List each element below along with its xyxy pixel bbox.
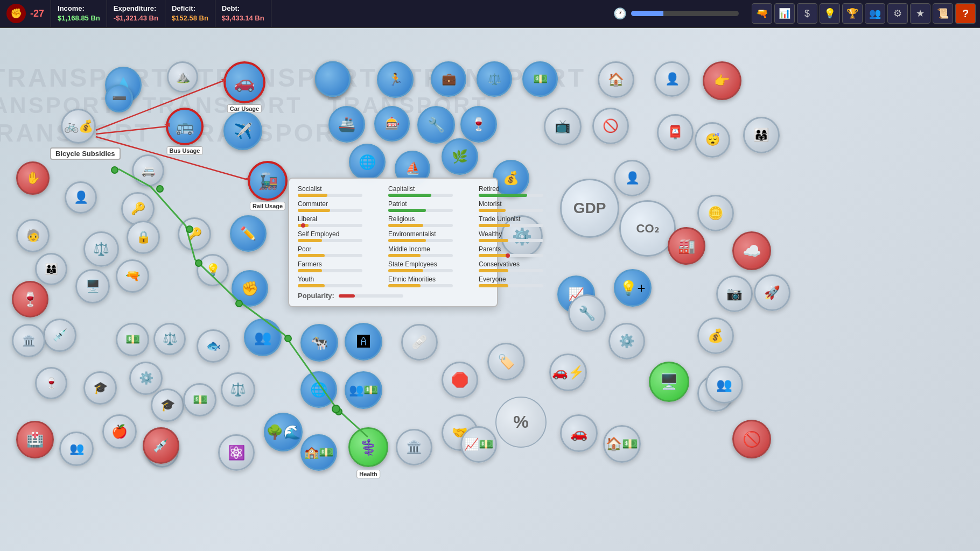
groups-node[interactable]: 👨‍👩‍👦 [35,253,67,285]
dollar-button[interactable]: $ [797,3,817,24]
lock-node[interactable]: 🔒 [127,221,160,254]
graduate-node[interactable] [315,61,351,97]
people3-node[interactable]: 👥 [59,432,94,466]
grade-node[interactable]: 🅰 [345,323,382,361]
cow-node[interactable]: 🐄 [300,324,338,362]
star-button[interactable]: ★ [910,3,930,24]
person-circle-node[interactable]: 👥 [705,366,743,404]
computer-green-node[interactable]: 🖥️ [649,362,689,402]
factory-red-node[interactable]: 🏭 [668,227,705,265]
hand-stop-node[interactable]: 🛑 [442,362,478,398]
dollar-node[interactable]: 💵 [522,61,558,97]
expenditure-section: Expenditure: -$1,321.43 Bn [107,0,165,27]
wrench-node[interactable]: 🔧 [568,294,606,332]
apple-node[interactable]: 🍎 [102,414,137,449]
van-node[interactable]: 🚐 [132,154,164,187]
person-gray-node[interactable]: 👤 [654,61,690,97]
mountain-node[interactable]: ⛰️ [167,61,198,93]
stamp-node[interactable]: 📮 [657,114,694,151]
help-button[interactable]: ? [955,3,976,24]
fish-node[interactable]: 🐟 [197,329,230,363]
bus-usage-node[interactable]: 🚌 Bus Usage [166,108,204,145]
tank-node[interactable]: 🎰 [374,106,410,142]
gallows-node[interactable]: ⚖️ [83,231,119,267]
bulb-node[interactable]: 💡 [197,254,229,286]
gear-button[interactable]: ⚙ [887,3,908,24]
minus-node[interactable]: ➖ [105,84,133,112]
percent-bag-node[interactable]: 🏷️ [487,343,525,380]
law-node[interactable]: ⚖️ [153,323,186,355]
tank2-node[interactable]: 🔧 [417,106,455,144]
rail-usage-node[interactable]: 🚂 Rail Usage [248,161,288,201]
wine-red-node[interactable]: 🍷 [12,281,48,317]
people-dollar-node[interactable]: 👥💵 [345,371,382,409]
no-red-node[interactable]: 🚫 [732,420,771,458]
school-dollar-node[interactable]: 🏫💵 [300,434,337,471]
hierarchy-node[interactable]: 🏛️ [396,429,432,465]
equal-node[interactable]: ⚖️ [477,61,512,97]
arrow-dollar-node[interactable]: 📈💵 [460,426,497,463]
wine2-node[interactable]: 🍷 [35,367,67,399]
trophy-button[interactable]: 🏆 [842,3,863,24]
plane-node[interactable]: ✈️ [223,111,262,150]
person-right-node[interactable]: 👉 [703,61,741,100]
justice-node[interactable]: ⚖️ [221,372,255,407]
atom-node[interactable]: ⚛️ [218,434,255,471]
weed-node[interactable]: 🌿 [442,138,478,175]
tv-node[interactable]: 📺 [544,108,582,145]
medical-red-node[interactable]: 🏥 [16,421,54,458]
dollar3-node[interactable]: 💵 [116,323,149,356]
key-node[interactable]: 🔑 [121,192,155,225]
home-node[interactable]: 🏠 [598,61,634,98]
person-arrow-node[interactable]: 🏃 [377,61,414,98]
bulb-plus-node[interactable]: 💡+ [614,269,652,307]
camera-node[interactable]: 📷 [716,276,753,312]
graduation-node[interactable]: 🎓 [83,371,117,405]
mortarboard-node[interactable]: 🎓 [151,388,184,422]
gear3-node[interactable]: ⚙️ [129,362,163,395]
bulb-button[interactable]: 💡 [820,3,840,24]
house-dollar-node[interactable]: 🏠💵 [603,425,641,463]
scroll-button[interactable]: 📜 [933,3,953,24]
hand-red-node[interactable]: ✋ [16,161,50,195]
money-bag-node[interactable]: 💰 [697,317,734,354]
noflag-node[interactable]: 🚫 [592,108,629,144]
syringe2-node[interactable]: 💉 [143,427,179,464]
gun2-node[interactable]: 🔫 [116,259,149,293]
person2-node[interactable]: 👤 [614,160,650,196]
group-node[interactable]: 👨‍👩‍👧 [743,117,780,153]
car-usage-node[interactable]: 🚗 Car Usage [223,61,265,103]
people2-node[interactable]: 👥 [244,319,282,356]
globe2-node[interactable]: 🌐 [300,371,337,408]
screen-node[interactable]: 🖥️ [75,269,110,303]
dollar4-node[interactable]: 💵 [183,383,216,416]
percent-big-bubble[interactable]: % [495,397,547,448]
syringe-node[interactable]: 💉 [43,319,76,352]
wine-node[interactable]: 🍷 [460,106,497,143]
hybrid-node[interactable]: 🚗⚡ [549,354,587,391]
expenditure-value: -$1,321.43 Bn [114,13,158,23]
globe-node[interactable]: 🌐 [349,144,386,180]
people-button[interactable]: 👥 [865,3,885,24]
person3-node[interactable]: 👤 [65,181,97,214]
gear2-node[interactable]: ⚙️ [608,323,645,359]
health-node[interactable]: ⚕️ Health [348,427,388,467]
gdp-bubble[interactable]: GDP [560,179,619,238]
work-node[interactable]: 💼 [431,61,466,97]
sleep-node[interactable]: 😴 [695,122,730,158]
rocket-node[interactable]: 🚀 [754,274,790,311]
bicycle-subsidies-node[interactable]: 🚲💰 [61,109,96,144]
ship-node[interactable]: 🚢 [328,106,365,143]
eraser-node[interactable]: ✏️ [230,215,267,252]
coins-node[interactable]: 🪙 [697,195,734,231]
car-gray-node[interactable]: 🚗 [560,414,598,452]
cloud-red-node[interactable]: ☁️ [732,231,771,270]
trees-node[interactable]: 🌳🌊 [264,413,303,451]
key2-node[interactable]: 🔑 [178,217,211,251]
bandage-node[interactable]: 🩹 [401,324,438,361]
court-node[interactable]: 🏛️ [12,324,45,357]
chart-button[interactable]: 📊 [774,3,795,24]
co2-bubble[interactable]: CO₂ [619,200,676,257]
gun-button[interactable]: 🔫 [752,3,772,24]
old-node[interactable]: 🧓 [16,219,50,252]
